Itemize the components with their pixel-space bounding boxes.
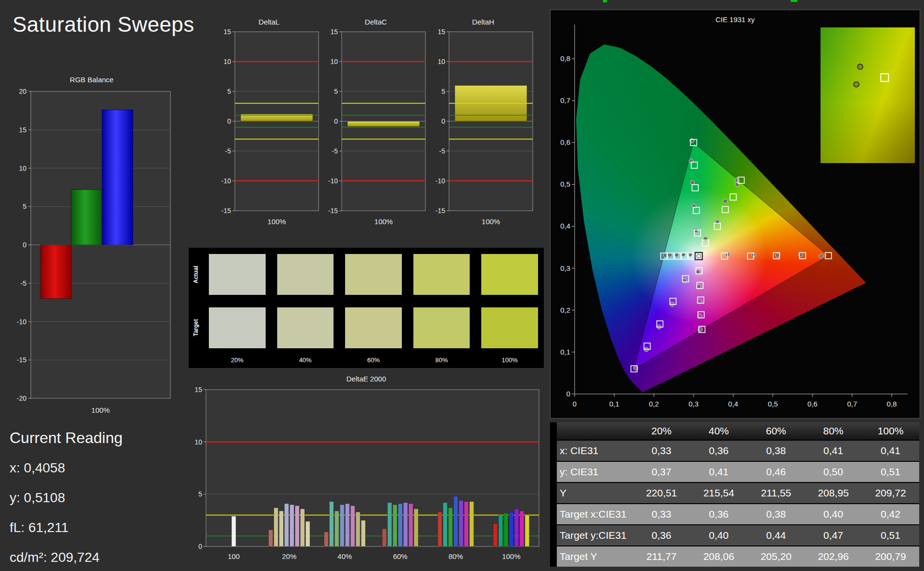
table-row-label: Target x:CIE31 — [557, 508, 633, 520]
page-title: Saturation Sweeps — [13, 13, 194, 37]
svg-text:0,1: 0,1 — [560, 348, 570, 356]
swatch-col-label: 40% — [271, 355, 340, 368]
svg-text:-10: -10 — [436, 177, 445, 185]
svg-text:0,5: 0,5 — [560, 180, 570, 188]
current-reading-heading: Current Reading — [10, 429, 168, 447]
svg-text:0,8: 0,8 — [887, 400, 897, 408]
reading-fl: fL: 61,211 — [10, 520, 168, 535]
deltae-bar — [387, 503, 392, 546]
rgb-balance-title: RGB Balance — [9, 75, 175, 85]
deltae-bar — [329, 502, 334, 546]
actual-target-swatch-grid: ActualTarget20%40%60%80%100% — [189, 248, 544, 368]
delta-l-plot: -15-10-5051015100% — [216, 27, 322, 241]
actual-color-swatch — [481, 254, 538, 295]
deltae-bar — [300, 509, 305, 546]
cie-zoom-inset-points — [821, 27, 915, 163]
rgb-balance-chart: RGB Balance -20-15-10-505101520100% — [9, 75, 175, 419]
svg-text:0,2: 0,2 — [560, 306, 570, 314]
measured-point — [682, 279, 687, 283]
table-row-label: y: CIE31 — [557, 466, 633, 478]
app-window: Saturation Sweeps RGB Balance -20-15-10-… — [0, 0, 924, 571]
table-cell: 202,96 — [805, 551, 862, 562]
deltae-bar — [520, 511, 524, 546]
target-color-swatch — [345, 307, 402, 348]
swatch-col-label: 100% — [475, 355, 544, 368]
deltae-bar — [340, 505, 344, 546]
table-cell: 0,36 — [633, 530, 690, 541]
delta-e-2000-plot: 05101510020%40%60%80%100% — [189, 384, 544, 569]
measured-point — [703, 237, 707, 241]
table-row-label: Target y:CIE31 — [557, 530, 633, 541]
deltae-bar — [443, 503, 448, 546]
deltae-bar — [350, 506, 355, 546]
table-cell: 208,95 — [805, 487, 862, 499]
svg-text:-5: -5 — [225, 147, 231, 155]
svg-text:-15: -15 — [436, 207, 445, 215]
inset-measured-point — [854, 82, 859, 87]
svg-text:0,5: 0,5 — [768, 400, 778, 408]
svg-text:10: 10 — [19, 165, 26, 172]
swatch-row-label: Target — [189, 301, 203, 355]
delta-c-chart: DeltaC -15-10-5051015100% — [322, 17, 429, 241]
table-cell: 211,77 — [633, 551, 690, 562]
svg-text:0: 0 — [227, 117, 231, 125]
svg-text:100: 100 — [228, 552, 240, 560]
table-cell: 0,33 — [633, 445, 690, 457]
measured-point — [723, 199, 728, 203]
deltae-bar — [438, 512, 442, 546]
svg-text:100%: 100% — [374, 217, 393, 226]
svg-text:0: 0 — [23, 241, 26, 249]
svg-text:100%: 100% — [502, 552, 520, 560]
svg-text:10: 10 — [437, 58, 445, 65]
table-header-cell: 60% — [747, 425, 805, 437]
delta-e-2000-title: DeltaE 2000 — [189, 374, 544, 384]
table-cell: 220,51 — [633, 487, 690, 499]
target-color-swatch — [209, 307, 266, 348]
svg-text:15: 15 — [437, 28, 445, 36]
table-cell: 0,47 — [805, 530, 862, 541]
svg-text:0: 0 — [566, 390, 570, 398]
svg-text:20%: 20% — [282, 552, 296, 560]
delta-l-chart: DeltaL -15-10-5051015100% — [216, 17, 322, 241]
bar-green — [71, 190, 102, 245]
table-cell: 215,54 — [690, 487, 747, 499]
measured-point — [715, 220, 719, 224]
cie-zoom-inset — [821, 27, 915, 163]
deltae-bar — [345, 504, 349, 546]
table-row: y: CIE310,370,410,460,500,51 — [550, 462, 919, 482]
delta-h-plot: -15-10-5051015100% — [430, 27, 537, 241]
svg-text:40%: 40% — [337, 552, 352, 560]
svg-text:-5: -5 — [21, 279, 27, 287]
table-cell: 0,41 — [862, 445, 919, 457]
svg-text:-10: -10 — [221, 177, 231, 185]
table-cell: 0,38 — [747, 445, 805, 457]
svg-text:10: 10 — [194, 438, 202, 446]
svg-text:0,4: 0,4 — [560, 222, 570, 230]
table-cell: 0,51 — [862, 530, 919, 541]
table-header-cell: 80% — [805, 425, 862, 437]
deltae-bar — [269, 530, 273, 546]
deltae-bar — [274, 508, 278, 546]
actual-color-swatch — [209, 254, 266, 295]
swatch-col-label: 60% — [339, 355, 408, 368]
delta-l-title: DeltaL — [216, 17, 322, 27]
swatch-row-label: Actual — [189, 248, 203, 301]
measured-point — [735, 178, 739, 182]
screen-edge-artifact — [603, 0, 607, 2]
table-cell: 0,50 — [805, 466, 862, 478]
table-header-row: 20%40%60%80%100% — [550, 422, 919, 440]
svg-text:15: 15 — [330, 28, 338, 36]
bar-blue — [102, 110, 133, 245]
deltae-bar — [334, 511, 339, 546]
table-cell: 211,55 — [747, 487, 805, 499]
deltae-bar — [398, 504, 402, 546]
table-cell: 209,72 — [862, 487, 919, 499]
svg-text:80%: 80% — [449, 552, 463, 560]
actual-color-swatch — [277, 254, 334, 295]
svg-text:20: 20 — [19, 88, 26, 95]
target-color-swatch — [277, 307, 334, 348]
svg-text:5: 5 — [198, 490, 202, 498]
table-cell: 0,37 — [633, 466, 690, 478]
table-row: Target x:CIE310,330,360,380,400,42 — [550, 504, 919, 524]
table-row: x: CIE310,330,360,380,410,41 — [550, 441, 919, 461]
